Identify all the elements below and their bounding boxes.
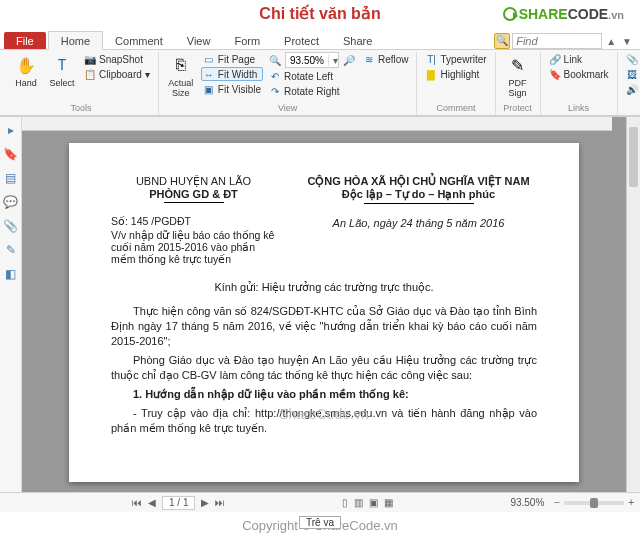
zoom-in-button[interactable]: 🔎 bbox=[341, 53, 357, 67]
rotate-right-icon: ↷ bbox=[269, 85, 281, 97]
tab-comment[interactable]: Comment bbox=[103, 32, 175, 49]
clipboard-button[interactable]: 📋Clipboard ▾ bbox=[82, 67, 152, 81]
doc-number: Số: 145 /PGDĐT bbox=[111, 215, 276, 227]
tab-share[interactable]: Share bbox=[331, 32, 384, 49]
doc-para-2: Phòng Giáo dục và Đào tạo huyện An Lão y… bbox=[111, 353, 537, 383]
sidebar-expand-icon[interactable]: ▸ bbox=[3, 123, 19, 139]
highlight-icon: ▇ bbox=[425, 68, 437, 80]
fit-width-icon: ↔ bbox=[203, 68, 215, 80]
group-protect: ✎PDF Sign Protect bbox=[496, 52, 541, 115]
doc-para-1: Thực hiện công văn số 824/SGDĐT-KHTC của… bbox=[111, 304, 537, 349]
search-icon[interactable]: 🔍 bbox=[494, 33, 510, 49]
zoom-slider[interactable] bbox=[564, 501, 624, 505]
zoom-text: 93.50% bbox=[510, 497, 544, 508]
attachments-panel-icon[interactable]: 📎 bbox=[3, 219, 19, 235]
rotate-right-button[interactable]: ↷Rotate Right bbox=[267, 84, 357, 98]
next-page-button[interactable]: ▶ bbox=[201, 497, 209, 508]
select-icon: Ｔ bbox=[51, 54, 73, 76]
status-bar: ⏮ ◀ 1 / 1 ▶ ⏭ ▯ ▥ ▣ ▦ 93.50% − + bbox=[0, 492, 640, 512]
tooltip: Trê va bbox=[299, 516, 341, 529]
page-indicator[interactable]: 1 / 1 bbox=[162, 496, 195, 510]
tab-home[interactable]: Home bbox=[48, 31, 103, 50]
group-view: ⎘Actual Size ▭Fit Page ↔Fit Width ▣Fit V… bbox=[159, 52, 418, 115]
signatures-panel-icon[interactable]: ✎ bbox=[3, 243, 19, 259]
sidebar: ▸ 🔖 ▤ 💬 📎 ✎ ◧ bbox=[0, 117, 22, 492]
file-attachment-button[interactable]: 📎File Attachment bbox=[624, 52, 640, 66]
ribbon-tabs: File Home Comment View Form Protect Shar… bbox=[0, 28, 640, 50]
layout-cont-facing-icon[interactable]: ▦ bbox=[384, 497, 393, 508]
pdf-sign-icon: ✎ bbox=[507, 54, 529, 76]
first-page-button[interactable]: ⏮ bbox=[132, 497, 142, 508]
comments-panel-icon[interactable]: 💬 bbox=[3, 195, 19, 211]
group-tools: ✋Hand ＴSelect 📷SnapShot 📋Clipboard ▾ Too… bbox=[4, 52, 159, 115]
fit-width-button[interactable]: ↔Fit Width bbox=[201, 67, 263, 81]
layers-panel-icon[interactable]: ◧ bbox=[3, 267, 19, 283]
layout-facing-icon[interactable]: ▣ bbox=[369, 497, 378, 508]
doc-national-title: CỘNG HÒA XÃ HỘI CHỦ NGHĨA VIỆT NAM bbox=[300, 175, 537, 188]
search-prev[interactable]: ▲ bbox=[604, 36, 618, 47]
doc-motto: Độc lập – Tự do – Hạnh phúc bbox=[300, 188, 537, 201]
pages-panel-icon[interactable]: ▤ bbox=[3, 171, 19, 187]
tab-protect[interactable]: Protect bbox=[272, 32, 331, 49]
reflow-button[interactable]: ≋Reflow bbox=[361, 52, 411, 66]
fit-page-button[interactable]: ▭Fit Page bbox=[201, 52, 263, 66]
image-icon: 🖼 bbox=[626, 68, 638, 80]
group-label-tools: Tools bbox=[10, 102, 152, 115]
highlight-button[interactable]: ▇Highlight bbox=[423, 67, 488, 81]
doc-place-date: An Lão, ngày 24 tháng 5 năm 2016 bbox=[300, 215, 537, 265]
actual-size-button[interactable]: ⎘Actual Size bbox=[165, 52, 197, 98]
group-label-comment: Comment bbox=[423, 102, 488, 115]
image-annotation-button[interactable]: 🖼Image Annotation bbox=[624, 67, 640, 81]
audio-video-icon: 🔊 bbox=[626, 83, 638, 95]
audio-video-button[interactable]: 🔊Audio & Video bbox=[624, 82, 640, 96]
horizontal-ruler bbox=[22, 117, 612, 131]
document-canvas[interactable]: UBND HUYỆN AN LÃO PHÒNG GD & ĐT CỘNG HÒA… bbox=[22, 117, 626, 492]
tab-form[interactable]: Form bbox=[222, 32, 272, 49]
tab-file[interactable]: File bbox=[4, 32, 46, 49]
pdf-sign-button[interactable]: ✎PDF Sign bbox=[502, 52, 534, 98]
group-links: 🔗Link 🔖Bookmark Links bbox=[541, 52, 618, 115]
hand-icon: ✋ bbox=[15, 54, 37, 76]
group-insert: 📎File Attachment 🖼Image Annotation 🔊Audi… bbox=[618, 52, 640, 115]
vertical-scrollbar[interactable] bbox=[626, 117, 640, 492]
zoom-out-icon: 🔍 bbox=[269, 54, 281, 66]
ribbon: ✋Hand ＴSelect 📷SnapShot 📋Clipboard ▾ Too… bbox=[0, 50, 640, 116]
search-input[interactable] bbox=[512, 33, 602, 49]
typewriter-icon: T| bbox=[425, 53, 437, 65]
typewriter-button[interactable]: T|Typewriter bbox=[423, 52, 488, 66]
rotate-left-button[interactable]: ↶Rotate Left bbox=[267, 69, 357, 83]
group-label-protect: Protect bbox=[502, 102, 534, 115]
doc-org-line1: UBND HUYỆN AN LÃO bbox=[111, 175, 276, 188]
zoom-plus-button[interactable]: + bbox=[628, 497, 634, 508]
fit-visible-button[interactable]: ▣Fit Visible bbox=[201, 82, 263, 96]
last-page-button[interactable]: ⏭ bbox=[215, 497, 225, 508]
zoom-minus-button[interactable]: − bbox=[554, 497, 560, 508]
actual-size-icon: ⎘ bbox=[170, 54, 192, 76]
layout-single-icon[interactable]: ▯ bbox=[342, 497, 348, 508]
doc-heading-1: 1. Hướng dẫn nhập dữ liệu vào phần mềm t… bbox=[111, 387, 537, 402]
zoom-in-icon: 🔎 bbox=[343, 54, 355, 66]
doc-subject: V/v nhập dữ liệu báo cáo thống kê cuối n… bbox=[111, 229, 276, 265]
workspace: ▸ 🔖 ▤ 💬 📎 ✎ ◧ UBND HUYỆN AN LÃO PHÒNG GD… bbox=[0, 116, 640, 492]
select-button[interactable]: ＴSelect bbox=[46, 52, 78, 88]
prev-page-button[interactable]: ◀ bbox=[148, 497, 156, 508]
bookmarks-panel-icon[interactable]: 🔖 bbox=[3, 147, 19, 163]
doc-kinh-gui: Kính gửi: Hiệu trưởng các trường trực th… bbox=[111, 281, 537, 294]
group-label-view: View bbox=[165, 102, 411, 115]
zoom-out-button[interactable]: 🔍 bbox=[267, 53, 283, 67]
snapshot-button[interactable]: 📷SnapShot bbox=[82, 52, 152, 66]
brand-icon bbox=[503, 7, 517, 21]
search-next[interactable]: ▼ bbox=[620, 36, 634, 47]
bookmark-button[interactable]: 🔖Bookmark bbox=[547, 67, 611, 81]
zoom-combo[interactable]: 93.50%▾ bbox=[285, 52, 339, 68]
fit-page-icon: ▭ bbox=[203, 53, 215, 65]
link-icon: 🔗 bbox=[549, 53, 561, 65]
rotate-left-icon: ↶ bbox=[269, 70, 281, 82]
doc-org-line2: PHÒNG GD & ĐT bbox=[111, 188, 276, 200]
tab-view[interactable]: View bbox=[175, 32, 223, 49]
layout-continuous-icon[interactable]: ▥ bbox=[354, 497, 363, 508]
group-comment: T|Typewriter ▇Highlight Comment bbox=[417, 52, 495, 115]
link-button[interactable]: 🔗Link bbox=[547, 52, 611, 66]
reflow-icon: ≋ bbox=[363, 53, 375, 65]
hand-button[interactable]: ✋Hand bbox=[10, 52, 42, 88]
